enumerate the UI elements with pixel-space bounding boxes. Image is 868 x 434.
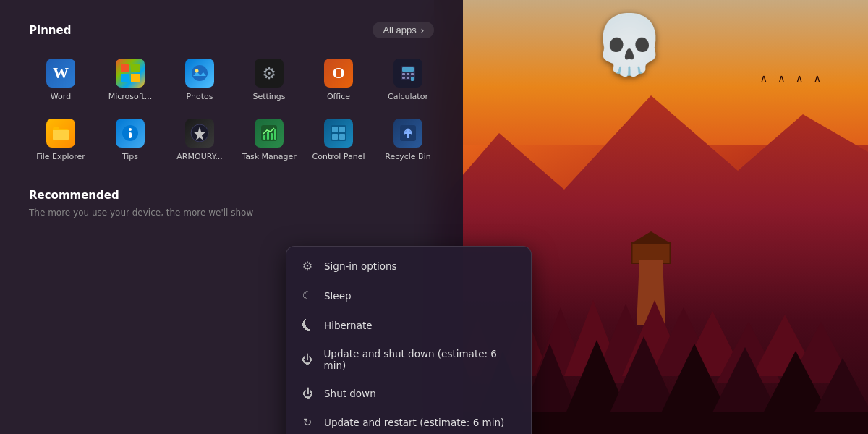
app-item-tips[interactable]: Tips <box>98 113 162 167</box>
app-item-file-explorer[interactable]: File Explorer <box>29 113 93 167</box>
svg-rect-30 <box>407 77 409 79</box>
svg-rect-45 <box>332 134 338 140</box>
svg-rect-38 <box>263 135 265 140</box>
sleep-icon: ☾ <box>301 289 314 302</box>
recommended-subtitle: The more you use your device, the more w… <box>29 208 434 218</box>
office-icon: O <box>324 59 353 88</box>
recommended-section: Recommended The more you use your device… <box>29 189 434 218</box>
svg-rect-40 <box>271 133 273 140</box>
sleep-label: Sleep <box>324 290 352 302</box>
armoury-icon <box>185 119 214 148</box>
svg-rect-25 <box>402 67 414 72</box>
photos-svg <box>190 64 209 82</box>
app-item-settings[interactable]: ⚙ Settings <box>237 53 301 107</box>
tips-label: Tips <box>101 152 159 161</box>
svg-rect-31 <box>411 77 414 81</box>
app-item-recycle-bin[interactable]: Recycle Bin <box>376 113 440 167</box>
calc-svg <box>399 64 417 82</box>
tips-svg <box>121 124 140 142</box>
task-manager-label: Task Manager <box>240 152 298 161</box>
apps-grid: W Word Microsoft... <box>29 53 434 167</box>
skull-icon: 💀 <box>593 11 665 79</box>
file-explorer-label: File Explorer <box>32 152 90 161</box>
svg-rect-43 <box>332 127 338 132</box>
cp-svg <box>329 124 348 142</box>
update-restart-icon: ↻ <box>301 416 314 429</box>
svg-rect-44 <box>339 127 345 132</box>
menu-item-update-restart[interactable]: ↻ Update and restart (estimate: 6 min) <box>286 408 531 434</box>
power-menu: ⚙ Sign-in options ☾ Sleep ⏾ Hibernate ⏻ … <box>286 246 532 434</box>
photos-icon <box>185 59 214 88</box>
update-shutdown-label: Update and shut down (estimate: 6 min) <box>323 348 516 371</box>
menu-item-hibernate[interactable]: ⏾ Hibernate <box>286 310 531 340</box>
svg-point-22 <box>192 65 208 81</box>
armoury-label: ARMOURY... <box>171 152 229 161</box>
calculator-icon <box>393 59 422 88</box>
pinned-header: Pinned All apps › <box>29 22 434 38</box>
folder-svg <box>51 123 71 143</box>
svg-rect-34 <box>129 132 132 138</box>
birds: ∧ ∧ ∧ ∧ <box>760 72 825 84</box>
recommended-title: Recommended <box>29 189 434 202</box>
app-item-task-manager[interactable]: Task Manager <box>237 113 301 167</box>
sign-in-icon: ⚙ <box>301 259 314 273</box>
shutdown-icon: ⏻ <box>301 387 314 400</box>
menu-item-update-shutdown[interactable]: ⏻ Update and shut down (estimate: 6 min) <box>286 340 531 379</box>
hibernate-label: Hibernate <box>324 320 373 331</box>
svg-point-33 <box>129 128 132 131</box>
control-panel-icon <box>324 119 353 148</box>
menu-item-sign-in[interactable]: ⚙ Sign-in options <box>286 251 531 281</box>
app-item-armoury[interactable]: ARMOURY... <box>168 113 231 167</box>
update-restart-label: Update and restart (estimate: 6 min) <box>324 417 504 428</box>
app-item-control-panel[interactable]: Control Panel <box>307 113 370 167</box>
svg-point-23 <box>195 69 199 73</box>
svg-rect-27 <box>407 73 409 75</box>
settings-icon: ⚙ <box>255 59 284 88</box>
sign-in-label: Sign-in options <box>324 260 397 272</box>
task-manager-icon <box>255 119 284 148</box>
photos-label: Photos <box>171 92 229 101</box>
task-svg <box>260 124 278 142</box>
pinned-title: Pinned <box>29 24 71 37</box>
svg-rect-41 <box>274 129 276 140</box>
hibernate-icon: ⏾ <box>301 318 314 332</box>
microsoft-store-icon <box>116 59 145 88</box>
svg-rect-39 <box>267 132 269 140</box>
menu-item-shutdown[interactable]: ⏻ Shut down <box>286 379 531 408</box>
app-item-office[interactable]: O Office <box>307 53 370 107</box>
app-item-calculator[interactable]: Calculator <box>376 53 440 107</box>
armoury-svg <box>190 123 210 143</box>
control-panel-label: Control Panel <box>310 152 367 161</box>
ms-grid <box>121 64 140 82</box>
app-item-word[interactable]: W Word <box>29 53 93 107</box>
recycle-bin-icon <box>393 119 422 148</box>
app-item-photos[interactable]: Photos <box>168 53 231 107</box>
calculator-label: Calculator <box>379 92 437 101</box>
settings-label: Settings <box>240 92 298 101</box>
svg-rect-46 <box>339 134 345 140</box>
office-label: Office <box>310 92 367 101</box>
all-apps-button[interactable]: All apps › <box>373 22 434 38</box>
word-label: Word <box>32 92 90 101</box>
all-apps-label: All apps <box>383 25 416 35</box>
svg-rect-28 <box>411 73 414 75</box>
menu-item-sleep[interactable]: ☾ Sleep <box>286 281 531 310</box>
file-explorer-icon <box>46 119 75 148</box>
all-apps-arrow: › <box>421 25 424 35</box>
tips-icon <box>116 119 145 148</box>
word-icon: W <box>46 59 75 88</box>
app-item-microsoft-store[interactable]: Microsoft... <box>98 53 162 107</box>
microsoft-store-label: Microsoft... <box>101 92 159 101</box>
recycle-bin-label: Recycle Bin <box>379 152 437 161</box>
update-shutdown-icon: ⏻ <box>301 353 313 366</box>
svg-rect-26 <box>402 73 405 75</box>
svg-rect-29 <box>402 77 405 79</box>
shutdown-label: Shut down <box>324 388 376 399</box>
recycle-svg <box>399 124 417 142</box>
